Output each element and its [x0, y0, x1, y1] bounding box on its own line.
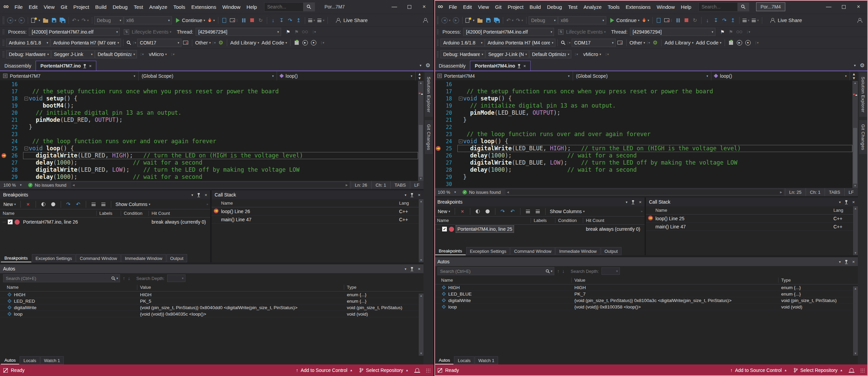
scrollbar-thumb[interactable]	[419, 125, 423, 177]
code-text[interactable]: delay(1000); // wait for a second	[29, 159, 202, 166]
code-text[interactable]: delay(1000); // wait for a second	[463, 166, 637, 173]
breakpoint-margin[interactable]	[0, 159, 8, 166]
code-text[interactable]: void loop() {	[29, 145, 74, 152]
go-to-disassembly-button[interactable]	[534, 207, 542, 216]
optimization-dropdown[interactable]: Default Optimizati▾	[95, 50, 137, 58]
breakpoint-checkbox[interactable]: ✓	[442, 227, 447, 231]
toolbar-grip[interactable]	[2, 39, 4, 46]
scroll-down-arrow[interactable]: ▼	[852, 184, 858, 187]
toolbar-overflow[interactable]: ⋮▾	[572, 50, 580, 59]
code-text[interactable]: pinMode(LED_RED, OUTPUT);	[29, 116, 122, 124]
menu-item-git[interactable]: Git	[58, 3, 70, 11]
breakpoint-margin[interactable]	[0, 102, 8, 109]
callstack-row[interactable]: main() Line 47C++	[646, 223, 858, 231]
panel-tab-locals[interactable]: Locals	[454, 356, 474, 364]
arduino-ide-dropdown[interactable]: Arduino 1.6/1.8▾	[440, 39, 485, 47]
autos-row[interactable]: loop{void (void)} 0x804035c <loop()>void…	[0, 311, 423, 317]
search-box[interactable]	[698, 2, 749, 12]
code-text[interactable]: digitalWrite(LED_RED, HIGH); // turn the…	[29, 152, 303, 159]
menu-item-help[interactable]: Help	[243, 3, 260, 11]
fold-toggle-icon[interactable]: −	[23, 97, 29, 100]
navigate-forward-button[interactable]: ▶	[452, 16, 460, 25]
panel-close-icon[interactable]: ×	[852, 200, 855, 205]
export-breakpoints-button[interactable]: ↷	[64, 200, 73, 209]
menu-item-build[interactable]: Build	[92, 3, 110, 11]
code-text[interactable]: // initialize digital pin 13 as an outpu…	[29, 109, 181, 116]
toggle-flagged-only-button[interactable]	[735, 27, 744, 36]
restart-button[interactable]: ↻	[257, 16, 265, 25]
toggle-all-breakpoints-button[interactable]	[484, 207, 492, 216]
code-text[interactable]: pinMode(LED_BLUE, OUTPUT);	[463, 109, 560, 116]
menu-item-extensions[interactable]: Extensions	[188, 3, 219, 11]
split-editor-handle[interactable]: ▲▼	[850, 71, 858, 80]
upload-button[interactable]: ▼	[293, 38, 301, 47]
build-play-button[interactable]: ▶	[301, 38, 309, 47]
menu-item-test[interactable]: Test	[565, 3, 580, 11]
watch-windows-button[interactable]: ▾	[742, 16, 751, 25]
debugger-dropdown[interactable]: Segger J-Link▾	[51, 50, 95, 58]
split-editor-handle[interactable]: ▲▼	[415, 71, 423, 80]
thread-dropdown[interactable]: [4294967294]▾	[196, 28, 281, 36]
scroll-down-arrow[interactable]: ▼	[418, 177, 423, 180]
undo-button[interactable]: ↶▾	[71, 16, 80, 25]
scope-dropdown[interactable]: (Global Scope)▾	[139, 71, 277, 80]
code-text[interactable]: // the loop function runs over and over …	[29, 138, 216, 145]
pin-icon[interactable]	[84, 64, 85, 68]
tab-active-file[interactable]: PortentaH7M7.ino ×	[36, 61, 96, 71]
code-text[interactable]: digitalWrite(LED_RED, LOW); // turn the …	[29, 166, 299, 173]
solution-configurations-dropdown[interactable]: Debug▾	[529, 16, 558, 24]
menu-item-window[interactable]: Window	[219, 3, 243, 11]
editor-horizontal-scrollbar[interactable]: ◀▶	[71, 182, 349, 188]
search-depth-dropdown[interactable]: ▾	[167, 275, 185, 282]
tab-disassembly[interactable]: Disassembly	[0, 61, 36, 71]
select-repository-button[interactable]: Select Repository▲	[794, 368, 843, 373]
send-feedback-button[interactable]	[421, 16, 429, 25]
panel-pin-icon[interactable]	[846, 201, 847, 204]
eol-indicator[interactable]: LF	[844, 188, 858, 196]
breakpoint-margin[interactable]	[434, 138, 442, 145]
panel-menu-chevron-icon[interactable]: ▾	[405, 267, 406, 271]
step-over-button[interactable]: ↷	[286, 16, 294, 25]
code-text[interactable]: void setup() {	[29, 95, 77, 102]
flag-all-threads-button[interactable]: ⚑	[293, 27, 301, 36]
breakpoint-margin[interactable]	[434, 116, 442, 124]
board-search-icon[interactable]: ⋮▾	[125, 38, 137, 47]
step-over-button[interactable]: ↷	[721, 16, 729, 25]
breakpoint-margin[interactable]	[434, 109, 442, 116]
build-play-button[interactable]: ▶	[735, 38, 744, 47]
other-menu-button[interactable]: Other▾⋮▾	[194, 38, 217, 47]
editor-options-gear-icon[interactable]: ⚙	[426, 62, 430, 69]
menu-item-analyze[interactable]: Analyze	[146, 3, 170, 11]
breakpoint-margin[interactable]	[434, 88, 442, 95]
tab-list-chevron-icon[interactable]: ▾	[854, 63, 856, 67]
navigate-forward-button[interactable]: ▶	[18, 16, 26, 25]
vmicro-menu-button[interactable]: vMicro▾	[148, 50, 168, 59]
callstack-row[interactable]: loop() Line 26C++	[212, 207, 423, 215]
breakpoint-margin[interactable]	[0, 116, 8, 124]
show-next-statement-button[interactable]: ↓	[269, 16, 277, 25]
find-in-files-button[interactable]	[220, 16, 229, 25]
save-button[interactable]	[50, 16, 58, 25]
code-text[interactable]: // the setup function runs once when you…	[463, 88, 713, 95]
breakpoint-margin[interactable]	[434, 131, 442, 138]
callstack-row[interactable]: loop() Line 25C++	[646, 214, 858, 223]
panel-pin-icon[interactable]	[412, 267, 412, 270]
panel-close-icon[interactable]: ×	[639, 200, 642, 205]
panel-tab-immediate-window[interactable]: Immediate Window	[121, 254, 166, 262]
close-tab-icon[interactable]: ×	[523, 63, 526, 69]
menu-item-window[interactable]: Window	[654, 3, 678, 11]
panel-toolbar-overflow[interactable]: ››	[641, 210, 642, 213]
save-all-button[interactable]	[58, 16, 66, 25]
continue-button[interactable]: Continue▾	[609, 16, 641, 25]
live-share-button[interactable]: Live Share	[769, 16, 803, 25]
add-code-button[interactable]: Add Code▾	[695, 38, 722, 47]
import-breakpoints-button[interactable]: ↶	[74, 200, 82, 209]
autos-row[interactable]: LED_REDPK_5enum {...}	[0, 298, 423, 304]
navigate-back-button[interactable]: ◀▾	[440, 16, 452, 25]
step-out-button[interactable]: ↥	[295, 16, 303, 25]
find-in-files-button[interactable]	[655, 16, 663, 25]
panel-menu-chevron-icon[interactable]: ▾	[191, 193, 193, 197]
code-editor[interactable]: 1617 // the setup function runs once whe…	[434, 81, 858, 188]
panel-tab-breakpoints[interactable]: Breakpoints	[435, 247, 466, 255]
close-button[interactable]: ×	[417, 1, 432, 13]
